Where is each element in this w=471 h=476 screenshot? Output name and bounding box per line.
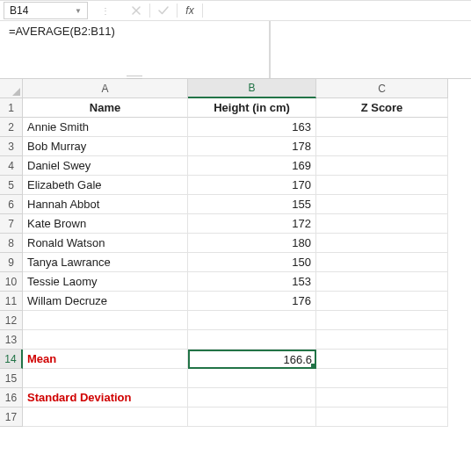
row-header[interactable]: 15 — [0, 369, 23, 388]
cell-A9[interactable]: Tanya Lawrance — [23, 253, 188, 272]
cell-B11[interactable]: 176 — [188, 292, 316, 311]
cell-C3[interactable] — [316, 137, 448, 156]
cell-A6[interactable]: Hannah Abbot — [23, 195, 188, 214]
cell-A4[interactable]: Daniel Swey — [23, 156, 188, 176]
formula-input[interactable]: =AVERAGE(B2:B11) — [0, 21, 269, 78]
column-header[interactable]: B — [188, 79, 316, 98]
cell-B2[interactable]: 163 — [188, 118, 316, 137]
cell-B4[interactable]: 169 — [188, 156, 316, 176]
name-box[interactable]: B14 ▼ — [4, 2, 88, 19]
cell-A14[interactable]: Mean — [23, 350, 188, 369]
row-header[interactable]: 1 — [0, 98, 23, 118]
name-box-value: B14 — [10, 4, 28, 17]
row-header[interactable]: 10 — [0, 272, 23, 292]
cell-B8[interactable]: 180 — [188, 234, 316, 253]
cell-A17[interactable] — [23, 407, 188, 427]
cell-A11[interactable]: Willam Decruze — [23, 292, 188, 311]
cell-B6[interactable]: 155 — [188, 195, 316, 214]
formula-bar: =AVERAGE(B2:B11) — [0, 21, 471, 79]
cell-A3[interactable]: Bob Murray — [23, 137, 188, 156]
row-header[interactable]: 16 — [0, 388, 23, 407]
row-header[interactable]: 6 — [0, 195, 23, 214]
cell-A16[interactable]: Standard Deviation — [23, 388, 188, 407]
cell-C17[interactable] — [316, 407, 448, 427]
cell-B5[interactable]: 170 — [188, 176, 316, 195]
row-header[interactable]: 8 — [0, 234, 23, 253]
row-header[interactable]: 12 — [0, 311, 23, 330]
cell-C5[interactable] — [316, 176, 448, 195]
cell-C16[interactable] — [316, 388, 448, 407]
cell-C15[interactable] — [316, 369, 448, 388]
row-header[interactable]: 17 — [0, 407, 23, 427]
cell-B3[interactable]: 178 — [188, 137, 316, 156]
row-header[interactable]: 14 — [0, 350, 23, 369]
cell-A1[interactable]: Name — [23, 98, 188, 118]
cell-B1[interactable]: Height (in cm) — [188, 98, 316, 118]
chevron-down-icon: ▼ — [75, 7, 82, 15]
row-header[interactable]: 4 — [0, 156, 23, 176]
cell-B7[interactable]: 172 — [188, 214, 316, 234]
cell-B12[interactable] — [188, 311, 316, 330]
cell-C8[interactable] — [316, 234, 448, 253]
cell-B9[interactable]: 150 — [188, 253, 316, 272]
cell-A2[interactable]: Annie Smith — [23, 118, 188, 137]
namebox-resize-handle[interactable]: ⋮ — [88, 1, 123, 20]
cell-C14[interactable] — [316, 350, 448, 369]
cancel-formula-button[interactable] — [123, 1, 149, 20]
cell-C12[interactable] — [316, 311, 448, 330]
cell-C2[interactable] — [316, 118, 448, 137]
row-header[interactable]: 13 — [0, 330, 23, 350]
namebox-bar: B14 ▼ ⋮ fx — [0, 0, 471, 21]
row-header[interactable]: 3 — [0, 137, 23, 156]
row-header[interactable]: 9 — [0, 253, 23, 272]
column-header[interactable]: A — [23, 79, 188, 98]
cell-B17[interactable] — [188, 407, 316, 427]
cell-A8[interactable]: Ronald Watson — [23, 234, 188, 253]
cell-B10[interactable]: 153 — [188, 272, 316, 292]
cell-C11[interactable] — [316, 292, 448, 311]
cell-A15[interactable] — [23, 369, 188, 388]
cell-A7[interactable]: Kate Brown — [23, 214, 188, 234]
cell-A12[interactable] — [23, 311, 188, 330]
cell-B16[interactable] — [188, 388, 316, 407]
cell-C6[interactable] — [316, 195, 448, 214]
separator — [202, 4, 203, 18]
row-header[interactable]: 7 — [0, 214, 23, 234]
cell-C4[interactable] — [316, 156, 448, 176]
row-header[interactable]: 11 — [0, 292, 23, 311]
column-header[interactable]: C — [316, 79, 448, 98]
cell-B14[interactable]: 166.6 — [188, 350, 316, 369]
spreadsheet-grid: 1 2 3 4 5 6 7 8 9 10 11 12 13 14 15 16 1… — [0, 79, 471, 427]
cell-C10[interactable] — [316, 272, 448, 292]
cell-A13[interactable] — [23, 330, 188, 350]
cell-B13[interactable] — [188, 330, 316, 350]
cell-A10[interactable]: Tessie Laomy — [23, 272, 188, 292]
cell-C9[interactable] — [316, 253, 448, 272]
select-all-corner[interactable] — [0, 79, 23, 98]
insert-function-button[interactable]: fx — [178, 1, 202, 20]
enter-formula-button[interactable] — [150, 1, 177, 20]
cell-B15[interactable] — [188, 369, 316, 388]
cell-C13[interactable] — [316, 330, 448, 350]
formula-bar-resize-handle[interactable] — [124, 76, 145, 79]
row-header[interactable]: 5 — [0, 176, 23, 195]
cell-C7[interactable] — [316, 214, 448, 234]
row-header[interactable]: 2 — [0, 118, 23, 137]
cell-C1[interactable]: Z Score — [316, 98, 448, 118]
cell-A5[interactable]: Elizabeth Gale — [23, 176, 188, 195]
